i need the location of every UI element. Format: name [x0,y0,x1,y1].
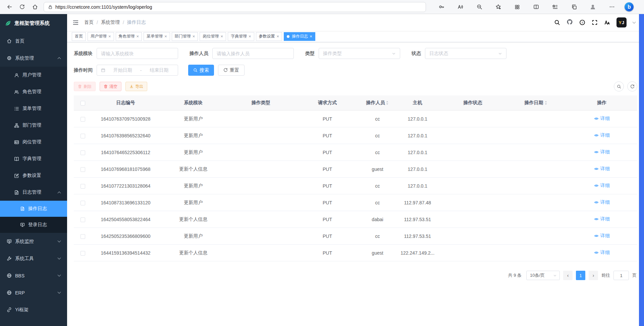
refresh-table-button[interactable] [627,81,637,91]
sidebar-item-user-mgmt[interactable]: 用户管理 [0,67,67,83]
detail-link[interactable]: 详细 [594,132,610,138]
table-row[interactable]: 1642505235366809600 更新用户 PUT cc 112.97.5… [74,228,637,245]
module-input[interactable] [97,48,178,59]
github-button[interactable] [567,19,573,26]
page-size-select[interactable]: 10条/页 [526,271,560,280]
table-row[interactable]: 1641087313696133120 更新用户 PUT cc 112.97.8… [74,194,637,211]
add-favorite-button[interactable] [492,2,504,12]
operator-input[interactable] [212,48,294,59]
row-checkbox[interactable] [80,117,85,122]
sidebar-item-post-mgmt[interactable]: 岗位管理 [0,134,67,150]
column-operator[interactable]: 操作人员 [360,95,395,111]
column-date[interactable]: 操作日期 [505,95,566,111]
sidebar-item-role-mgmt[interactable]: 角色管理 [0,83,67,100]
status-select[interactable]: 日志状态 [425,48,506,59]
sidebar-item-system-monitor[interactable]: 系统监控 [0,233,67,250]
row-checkbox[interactable] [80,150,85,155]
user-avatar-logo[interactable]: YJ [616,17,627,27]
goto-page-input[interactable] [613,271,629,280]
bing-chat-button[interactable]: b [625,2,634,11]
toggle-search-button[interactable] [614,81,624,91]
address-bar[interactable]: https://ccnetcore.com:1101/system/log/op… [44,2,426,12]
tab-param-settings[interactable]: 参数设置× [256,32,282,41]
tab-dict-mgmt[interactable]: 字典管理× [228,32,254,41]
tab-dept-mgmt[interactable]: 部门管理× [172,32,198,41]
table-row[interactable]: 1642504558053822464 更新个人信息 PUT dabai 112… [74,211,637,228]
sort-carets-icon[interactable] [386,101,389,105]
sort-carets-icon[interactable] [544,101,547,105]
date-range-picker[interactable]: 开始日期 - 结束日期 [97,65,178,76]
table-row[interactable]: 1644159136394514432 更新个人信息 PUT guest 122… [74,245,637,261]
sidebar-item-yi-framework[interactable]: Yi框架 [0,301,67,318]
tab-home[interactable]: 首页 [72,32,86,41]
browser-profile-button[interactable] [587,2,599,12]
select-all-checkbox[interactable] [80,101,85,106]
table-row[interactable]: 1641076398565232640 更新用户 PUT cc 127.0.0.… [74,127,637,144]
close-tab-icon[interactable]: × [137,34,139,39]
chevron-down-icon[interactable] [633,20,636,23]
sidebar-item-log-mgmt[interactable]: 日志管理 [0,184,67,201]
row-checkbox[interactable] [80,134,85,138]
sidebar-item-system[interactable]: 系统管理 [0,50,67,67]
detail-link[interactable]: 详细 [594,216,610,222]
sidebar-item-login-log[interactable]: 登录日志 [0,217,67,233]
tab-operation-log[interactable]: 操作日志× [284,32,315,41]
breadcrumb-home[interactable]: 首页 [84,19,94,25]
extensions-button[interactable] [511,2,523,12]
sidebar-item-param-settings[interactable]: 参数设置 [0,167,67,184]
collapse-sidebar-button[interactable] [72,19,79,26]
browser-refresh-button[interactable] [16,2,28,12]
sidebar-item-menu-mgmt[interactable]: 菜单管理 [0,100,67,117]
row-checkbox[interactable] [80,201,85,205]
password-key-button[interactable] [435,2,447,12]
breadcrumb-system-mgmt[interactable]: 系统管理 [101,19,120,25]
sidebar-item-bbs[interactable]: BBS [0,267,67,284]
row-checkbox[interactable] [80,251,85,256]
detail-link[interactable]: 详细 [594,116,610,122]
page-1-button[interactable]: 1 [576,271,585,280]
tab-role-mgmt[interactable]: 角色管理× [116,32,142,41]
sidebar-item-dept-mgmt[interactable]: 部门管理 [0,117,67,134]
font-size-button[interactable] [604,19,610,25]
detail-link[interactable]: 详细 [594,183,610,189]
export-button[interactable]: 导出 [125,82,147,91]
zoom-out-button[interactable] [473,2,485,12]
next-page-button[interactable]: › [589,271,598,280]
type-select[interactable]: 操作类型 [319,48,400,59]
detail-link[interactable]: 详细 [594,199,610,205]
tab-user-mgmt[interactable]: 用户管理× [88,32,114,41]
sidebar-item-home[interactable]: 首页 [0,32,67,50]
row-checkbox[interactable] [80,167,85,172]
reset-button[interactable]: 重置 [218,65,245,76]
app-logo[interactable]: 意框架管理系统 [0,14,67,32]
table-row[interactable]: 1641077221303128064 更新用户 PUT cc 127.0.0.… [74,178,637,194]
browser-menu-button[interactable] [606,2,618,12]
sidebar-item-erp[interactable]: ERP [0,284,67,301]
close-tab-icon[interactable]: × [310,34,312,39]
tab-post-mgmt[interactable]: 岗位管理× [200,32,226,41]
detail-link[interactable]: 详细 [594,233,610,239]
close-tab-icon[interactable]: × [164,34,167,39]
prev-page-button[interactable]: ‹ [563,271,573,280]
fullscreen-button[interactable] [592,19,598,25]
close-tab-icon[interactable]: × [108,34,111,39]
detail-link[interactable]: 详细 [594,250,610,256]
split-screen-button[interactable] [530,2,542,12]
table-row[interactable]: 1641076465225306112 更新用户 PUT cc 127.0.0.… [74,144,637,161]
table-row[interactable]: 1641076968181075968 更新个人信息 PUT guest 127… [74,161,637,178]
sidebar-item-system-tools[interactable]: 系统工具 [0,250,67,267]
sidebar-item-dict-mgmt[interactable]: 字典管理 [0,150,67,167]
close-tab-icon[interactable]: × [193,34,195,39]
row-checkbox[interactable] [80,184,85,189]
browser-home-button[interactable] [29,2,41,12]
search-button[interactable]: 搜索 [188,65,214,76]
help-button[interactable]: ? [579,19,585,25]
clear-button[interactable]: 清空 [100,82,121,91]
detail-link[interactable]: 详细 [594,166,610,172]
collections-button[interactable] [568,2,580,12]
close-tab-icon[interactable]: × [277,34,279,39]
table-row[interactable]: 1641076370975100928 更新用户 PUT cc 127.0.0.… [74,111,637,127]
sidebar-item-operation-log[interactable]: 操作日志 [0,201,67,217]
delete-button[interactable]: 删除 [74,82,96,91]
row-checkbox[interactable] [80,234,85,239]
